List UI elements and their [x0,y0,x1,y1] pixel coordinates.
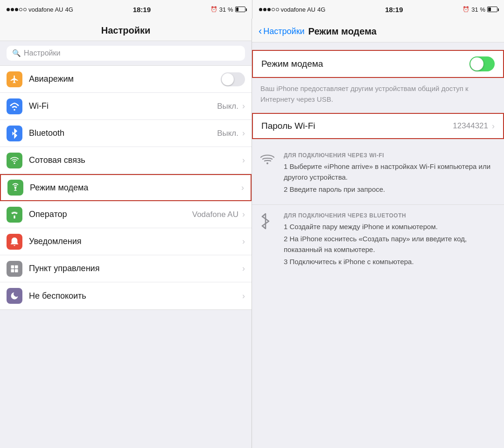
back-chevron-icon: ‹ [259,25,262,37]
password-row[interactable]: Пароль Wi-Fi 12344321 › [252,113,504,139]
dnd-label: Не беспокоить [29,291,241,301]
settings-item-bluetooth[interactable]: Bluetooth Выкл. › [0,120,252,147]
svg-rect-3 [14,215,15,218]
left-panel: Настройки 🔍 Настройки Авиарежим [0,19,252,448]
control-label: Пункт управления [29,264,241,273]
control-icon [7,261,22,277]
wifi-instruction-icon [260,152,277,197]
settings-item-dnd[interactable]: Не беспокоить › [0,282,252,309]
search-bar-container: 🔍 Настройки [0,41,252,65]
back-button[interactable]: ‹ Настройки [259,25,305,37]
section-separator [252,204,504,205]
time-right: 18:19 [385,6,403,14]
settings-item-airplane[interactable]: Авиарежим [0,66,252,93]
carrier-left: vodafone AU [28,6,63,13]
hotspot-icon [7,180,23,196]
dnd-icon [7,288,22,304]
wifi-icon [7,98,22,114]
hotspot-toggle-row[interactable]: Режим модема [252,50,504,78]
bluetooth-instruction-title: ДЛЯ ПОДКЛЮЧЕНИЯ ЧЕРЕЗ BLUETOOTH [284,212,496,219]
svg-point-8 [266,162,268,164]
back-label: Настройки [263,27,304,36]
status-bar-left: vodafone AU 4G 18:19 ⏰ 31 % [0,0,252,19]
status-bar: vodafone AU 4G 18:19 ⏰ 31 % vodafone AU … [0,0,504,19]
carrier-label: Оператор [29,210,192,219]
bluetooth-instruction-block: ДЛЯ ПОДКЛЮЧЕНИЯ ЧЕРЕЗ BLUETOOTH 1 Создай… [252,207,504,275]
bluetooth-instruction-icon [260,212,277,269]
hotspot-toggle-label: Режим модема [261,59,469,69]
airplane-toggle[interactable] [221,72,245,86]
settings-item-carrier[interactable]: Оператор Vodafone AU › [0,201,252,228]
bluetooth-instruction-text: ДЛЯ ПОДКЛЮЧЕНИЯ ЧЕРЕЗ BLUETOOTH 1 Создай… [284,212,496,269]
right-panel-header: ‹ Настройки Режим модема [252,19,504,42]
search-input[interactable]: Настройки [24,49,60,57]
signal-indicator-right [259,8,279,11]
time-left: 18:19 [133,6,151,14]
status-right-group-left: ⏰ 31 % [210,6,245,13]
settings-item-wifi[interactable]: Wi-Fi Выкл. › [0,93,252,120]
svg-rect-4 [11,265,14,268]
bluetooth-icon [7,126,22,141]
wifi-chevron: › [242,101,245,111]
carrier-right: vodafone AU [281,6,315,13]
notifications-icon [7,234,22,250]
status-left-group-right: vodafone AU 4G [259,6,326,13]
bluetooth-label: Bluetooth [29,128,217,138]
settings-item-control[interactable]: Пункт управления › [0,255,252,282]
settings-list: Авиарежим Wi-Fi Выкл. › [0,65,252,310]
main-area: Настройки 🔍 Настройки Авиарежим [0,19,504,448]
left-panel-header: Настройки [0,19,252,41]
bt-step-2: 2 На iPhone коснитесь «Создать пару» или… [284,234,496,255]
wifi-instruction-title: ДЛЯ ПОДКЛЮЧЕНИЯ ЧЕРЕЗ WI-FI [284,152,496,159]
airplane-label: Авиарежим [29,74,221,84]
svg-point-2 [15,187,16,189]
airplane-icon [7,71,22,87]
password-chevron: › [492,121,495,131]
signal-indicator [7,8,27,11]
carrier-value: Vodafone AU [192,210,238,219]
wifi-step-1: 1 Выберите «iPhone arrive» в настройках … [284,161,496,182]
bt-step-1: 1 Создайте пару между iPhone и компьютер… [284,222,496,232]
svg-point-0 [14,109,15,111]
carrier-chevron: › [242,210,245,219]
hotspot-chevron: › [241,183,244,193]
cellular-icon [7,153,22,168]
settings-item-hotspot[interactable]: Режим модема › [0,174,252,201]
wifi-instruction-block: ДЛЯ ПОДКЛЮЧЕНИЯ ЧЕРЕЗ WI-FI 1 Выберите «… [252,147,504,203]
bluetooth-chevron: › [242,128,245,138]
password-label: Пароль Wi-Fi [261,121,453,131]
svg-rect-6 [11,269,14,272]
settings-item-cellular[interactable]: Сотовая связь › [0,147,252,174]
status-left-group: vodafone AU 4G [7,6,73,13]
bluetooth-value: Выкл. [217,129,238,138]
search-icon: 🔍 [12,49,21,57]
carrier-icon [7,207,22,223]
wifi-step-2: 2 Введите пароль при запросе. [284,184,496,195]
wifi-value: Выкл. [217,102,238,111]
wifi-instruction-text: ДЛЯ ПОДКЛЮЧЕНИЯ ЧЕРЕЗ WI-FI 1 Выберите «… [284,152,496,197]
hotspot-toggle-switch[interactable] [469,56,495,71]
control-chevron: › [242,264,245,273]
alarm-icon-right: ⏰ [462,6,469,13]
right-panel-content: Режим модема Ваш iPhone предоставляет др… [252,42,504,448]
status-right-group-right: ⏰ 31 % [462,6,497,13]
network-left: 4G [65,6,73,13]
alarm-icon-left: ⏰ [210,6,217,13]
battery-icon-left [235,7,245,12]
hotspot-label: Режим модема [30,183,240,193]
dnd-chevron: › [242,291,245,301]
svg-rect-5 [15,265,18,268]
svg-point-1 [14,162,15,164]
status-bar-right: vodafone AU 4G 18:19 ⏰ 31 % [252,0,504,19]
left-panel-title: Настройки [101,25,151,35]
password-value: 12344321 [453,121,488,131]
network-right: 4G [317,6,325,13]
battery-pct-right: 31 % [471,6,485,13]
bt-step-3: 3 Подключитесь к iPhone с компьютера. [284,257,496,267]
cellular-label: Сотовая связь [29,155,241,165]
right-panel: ‹ Настройки Режим модема Режим модема Ва… [252,19,504,448]
search-bar[interactable]: 🔍 Настройки [7,46,245,61]
battery-pct-left: 31 % [219,6,233,13]
settings-item-notifications[interactable]: Уведомления › [0,228,252,255]
cellular-chevron: › [242,155,245,165]
